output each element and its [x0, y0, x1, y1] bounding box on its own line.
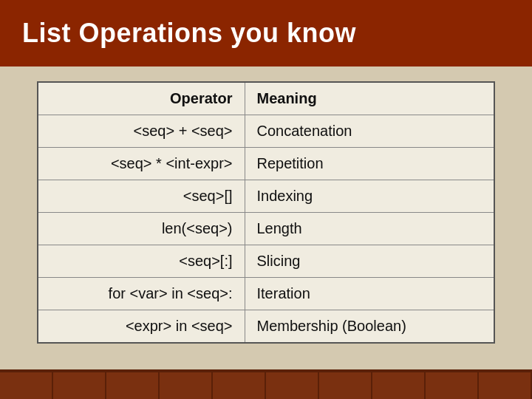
table-row: <seq>[:] Slicing: [38, 245, 494, 278]
operator-cell: <expr> in <seq>: [38, 310, 245, 344]
operator-cell: <seq>[]: [38, 180, 245, 213]
page-title: List Operations you know: [22, 18, 356, 49]
operator-cell: for <var> in <seq>:: [38, 278, 245, 310]
meaning-cell: Repetition: [245, 148, 494, 180]
header-bar: List Operations you know: [0, 0, 532, 66]
main-content: Operator Meaning <seq> + <seq> Concatena…: [0, 66, 532, 369]
table-row: <seq>[] Indexing: [38, 180, 494, 213]
operations-table: Operator Meaning <seq> + <seq> Concatena…: [37, 81, 495, 344]
brick-decoration: [0, 369, 532, 399]
operator-cell: len(<seq>): [38, 213, 245, 245]
meaning-cell: Slicing: [245, 245, 494, 278]
meaning-cell: Membership (Boolean): [245, 310, 494, 344]
table-row: len(<seq>) Length: [38, 213, 494, 245]
table-header-row: Operator Meaning: [38, 82, 494, 115]
col-header-operator: Operator: [38, 82, 245, 115]
meaning-cell: Iteration: [245, 278, 494, 310]
table-row: <seq> + <seq> Concatenation: [38, 115, 494, 148]
operator-cell: <seq>[:]: [38, 245, 245, 278]
operator-cell: <seq> * <int-expr>: [38, 148, 245, 180]
table-row: for <var> in <seq>: Iteration: [38, 278, 494, 310]
meaning-cell: Indexing: [245, 180, 494, 213]
operator-cell: <seq> + <seq>: [38, 115, 245, 148]
col-header-meaning: Meaning: [245, 82, 494, 115]
meaning-cell: Length: [245, 213, 494, 245]
table-row: <seq> * <int-expr> Repetition: [38, 148, 494, 180]
table-row: <expr> in <seq> Membership (Boolean): [38, 310, 494, 344]
meaning-cell: Concatenation: [245, 115, 494, 148]
